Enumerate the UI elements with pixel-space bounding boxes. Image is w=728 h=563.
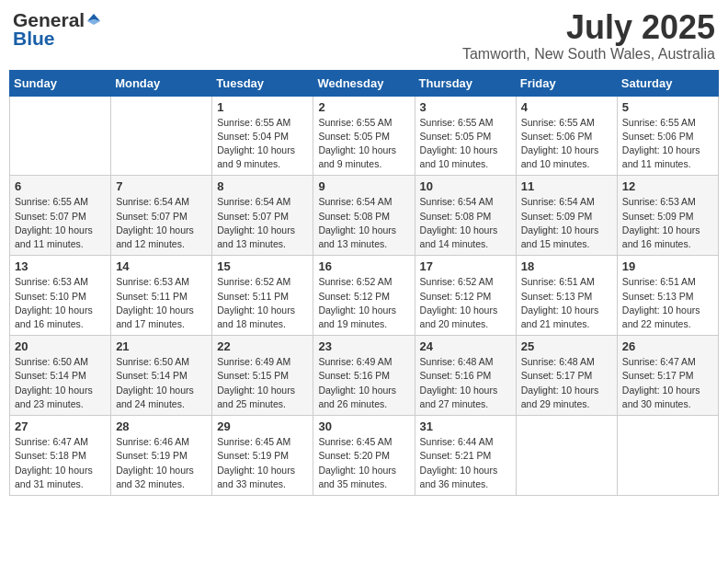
day-info: Sunrise: 6:55 AM Sunset: 5:06 PM Dayligh… [622, 116, 713, 172]
calendar-day-27: 27Sunrise: 6:47 AM Sunset: 5:18 PM Dayli… [10, 416, 111, 496]
day-number: 24 [420, 339, 511, 353]
day-number: 26 [622, 339, 713, 353]
calendar-day-10: 10Sunrise: 6:54 AM Sunset: 5:08 PM Dayli… [415, 176, 516, 256]
day-number: 29 [217, 419, 308, 433]
day-of-week-saturday: Saturday [617, 70, 718, 96]
calendar-day-18: 18Sunrise: 6:51 AM Sunset: 5:13 PM Dayli… [516, 256, 617, 336]
day-info: Sunrise: 6:52 AM Sunset: 5:12 PM Dayligh… [318, 275, 409, 331]
day-info: Sunrise: 6:45 AM Sunset: 5:19 PM Dayligh… [217, 435, 308, 491]
calendar-day-20: 20Sunrise: 6:50 AM Sunset: 5:14 PM Dayli… [10, 336, 111, 416]
calendar-day-5: 5Sunrise: 6:55 AM Sunset: 5:06 PM Daylig… [617, 96, 718, 176]
day-info: Sunrise: 6:53 AM Sunset: 5:09 PM Dayligh… [622, 195, 713, 251]
calendar-day-21: 21Sunrise: 6:50 AM Sunset: 5:14 PM Dayli… [111, 336, 212, 416]
day-info: Sunrise: 6:50 AM Sunset: 5:14 PM Dayligh… [15, 355, 106, 411]
day-number: 20 [15, 339, 106, 353]
logo: General Blue [13, 9, 101, 50]
calendar-header-row: SundayMondayTuesdayWednesdayThursdayFrid… [10, 70, 719, 96]
day-number: 21 [116, 339, 207, 353]
day-info: Sunrise: 6:50 AM Sunset: 5:14 PM Dayligh… [116, 355, 207, 411]
day-info: Sunrise: 6:55 AM Sunset: 5:06 PM Dayligh… [521, 116, 612, 172]
calendar-day-19: 19Sunrise: 6:51 AM Sunset: 5:13 PM Dayli… [617, 256, 718, 336]
calendar-day-25: 25Sunrise: 6:48 AM Sunset: 5:17 PM Dayli… [516, 336, 617, 416]
day-info: Sunrise: 6:45 AM Sunset: 5:20 PM Dayligh… [318, 435, 409, 491]
day-info: Sunrise: 6:53 AM Sunset: 5:11 PM Dayligh… [116, 275, 207, 331]
day-number: 9 [318, 179, 409, 193]
calendar-empty-cell [617, 416, 718, 496]
calendar-week-row: 1Sunrise: 6:55 AM Sunset: 5:04 PM Daylig… [10, 96, 719, 176]
calendar-day-4: 4Sunrise: 6:55 AM Sunset: 5:06 PM Daylig… [516, 96, 617, 176]
day-info: Sunrise: 6:54 AM Sunset: 5:08 PM Dayligh… [420, 195, 511, 251]
calendar-day-13: 13Sunrise: 6:53 AM Sunset: 5:10 PM Dayli… [10, 256, 111, 336]
day-number: 15 [217, 259, 308, 273]
day-info: Sunrise: 6:54 AM Sunset: 5:07 PM Dayligh… [217, 195, 308, 251]
day-number: 4 [521, 100, 612, 114]
day-number: 25 [521, 339, 612, 353]
calendar-week-row: 13Sunrise: 6:53 AM Sunset: 5:10 PM Dayli… [10, 256, 719, 336]
calendar-week-row: 20Sunrise: 6:50 AM Sunset: 5:14 PM Dayli… [10, 336, 719, 416]
day-number: 2 [318, 100, 409, 114]
calendar-day-9: 9Sunrise: 6:54 AM Sunset: 5:08 PM Daylig… [313, 176, 415, 256]
day-of-week-tuesday: Tuesday [212, 70, 313, 96]
day-info: Sunrise: 6:53 AM Sunset: 5:10 PM Dayligh… [15, 275, 106, 331]
calendar-day-17: 17Sunrise: 6:52 AM Sunset: 5:12 PM Dayli… [415, 256, 516, 336]
day-number: 6 [15, 179, 106, 193]
calendar-day-15: 15Sunrise: 6:52 AM Sunset: 5:11 PM Dayli… [212, 256, 313, 336]
calendar-day-1: 1Sunrise: 6:55 AM Sunset: 5:04 PM Daylig… [212, 96, 313, 176]
month-title: July 2025 [462, 9, 715, 46]
calendar-empty-cell [516, 416, 617, 496]
day-number: 11 [521, 179, 612, 193]
day-number: 31 [420, 419, 511, 433]
calendar-week-row: 6Sunrise: 6:55 AM Sunset: 5:07 PM Daylig… [10, 176, 719, 256]
day-info: Sunrise: 6:52 AM Sunset: 5:12 PM Dayligh… [420, 275, 511, 331]
day-number: 16 [318, 259, 409, 273]
day-info: Sunrise: 6:51 AM Sunset: 5:13 PM Dayligh… [521, 275, 612, 331]
calendar-empty-cell [10, 96, 111, 176]
calendar-day-8: 8Sunrise: 6:54 AM Sunset: 5:07 PM Daylig… [212, 176, 313, 256]
calendar-day-16: 16Sunrise: 6:52 AM Sunset: 5:12 PM Dayli… [313, 256, 415, 336]
day-number: 23 [318, 339, 409, 353]
calendar-table: SundayMondayTuesdayWednesdayThursdayFrid… [9, 70, 719, 496]
day-number: 30 [318, 419, 409, 433]
day-info: Sunrise: 6:55 AM Sunset: 5:04 PM Dayligh… [217, 116, 308, 172]
day-info: Sunrise: 6:48 AM Sunset: 5:16 PM Dayligh… [420, 355, 511, 411]
calendar-day-26: 26Sunrise: 6:47 AM Sunset: 5:17 PM Dayli… [617, 336, 718, 416]
day-info: Sunrise: 6:49 AM Sunset: 5:15 PM Dayligh… [217, 355, 308, 411]
day-info: Sunrise: 6:49 AM Sunset: 5:16 PM Dayligh… [318, 355, 409, 411]
day-info: Sunrise: 6:55 AM Sunset: 5:07 PM Dayligh… [15, 195, 106, 251]
day-number: 28 [116, 419, 207, 433]
day-info: Sunrise: 6:47 AM Sunset: 5:18 PM Dayligh… [15, 435, 106, 491]
day-info: Sunrise: 6:48 AM Sunset: 5:17 PM Dayligh… [521, 355, 612, 411]
calendar-day-24: 24Sunrise: 6:48 AM Sunset: 5:16 PM Dayli… [415, 336, 516, 416]
day-number: 17 [420, 259, 511, 273]
title-block: July 2025 Tamworth, New South Wales, Aus… [462, 9, 715, 63]
day-info: Sunrise: 6:52 AM Sunset: 5:11 PM Dayligh… [217, 275, 308, 331]
day-info: Sunrise: 6:44 AM Sunset: 5:21 PM Dayligh… [420, 435, 511, 491]
day-number: 10 [420, 179, 511, 193]
calendar-day-7: 7Sunrise: 6:54 AM Sunset: 5:07 PM Daylig… [111, 176, 212, 256]
day-info: Sunrise: 6:54 AM Sunset: 5:08 PM Dayligh… [318, 195, 409, 251]
day-number: 12 [622, 179, 713, 193]
logo-icon [86, 12, 101, 27]
day-number: 7 [116, 179, 207, 193]
day-of-week-friday: Friday [516, 70, 617, 96]
calendar-day-11: 11Sunrise: 6:54 AM Sunset: 5:09 PM Dayli… [516, 176, 617, 256]
day-number: 27 [15, 419, 106, 433]
calendar-day-12: 12Sunrise: 6:53 AM Sunset: 5:09 PM Dayli… [617, 176, 718, 256]
day-number: 5 [622, 100, 713, 114]
day-of-week-wednesday: Wednesday [313, 70, 415, 96]
calendar-day-22: 22Sunrise: 6:49 AM Sunset: 5:15 PM Dayli… [212, 336, 313, 416]
day-of-week-thursday: Thursday [415, 70, 516, 96]
calendar-day-3: 3Sunrise: 6:55 AM Sunset: 5:05 PM Daylig… [415, 96, 516, 176]
day-info: Sunrise: 6:51 AM Sunset: 5:13 PM Dayligh… [622, 275, 713, 331]
day-info: Sunrise: 6:54 AM Sunset: 5:07 PM Dayligh… [116, 195, 207, 251]
day-info: Sunrise: 6:47 AM Sunset: 5:17 PM Dayligh… [622, 355, 713, 411]
day-of-week-monday: Monday [111, 70, 212, 96]
calendar-day-6: 6Sunrise: 6:55 AM Sunset: 5:07 PM Daylig… [10, 176, 111, 256]
page-header: General Blue July 2025 Tamworth, New Sou… [9, 9, 719, 63]
day-number: 13 [15, 259, 106, 273]
calendar-week-row: 27Sunrise: 6:47 AM Sunset: 5:18 PM Dayli… [10, 416, 719, 496]
day-info: Sunrise: 6:54 AM Sunset: 5:09 PM Dayligh… [521, 195, 612, 251]
day-info: Sunrise: 6:55 AM Sunset: 5:05 PM Dayligh… [420, 116, 511, 172]
day-number: 19 [622, 259, 713, 273]
calendar-day-31: 31Sunrise: 6:44 AM Sunset: 5:21 PM Dayli… [415, 416, 516, 496]
